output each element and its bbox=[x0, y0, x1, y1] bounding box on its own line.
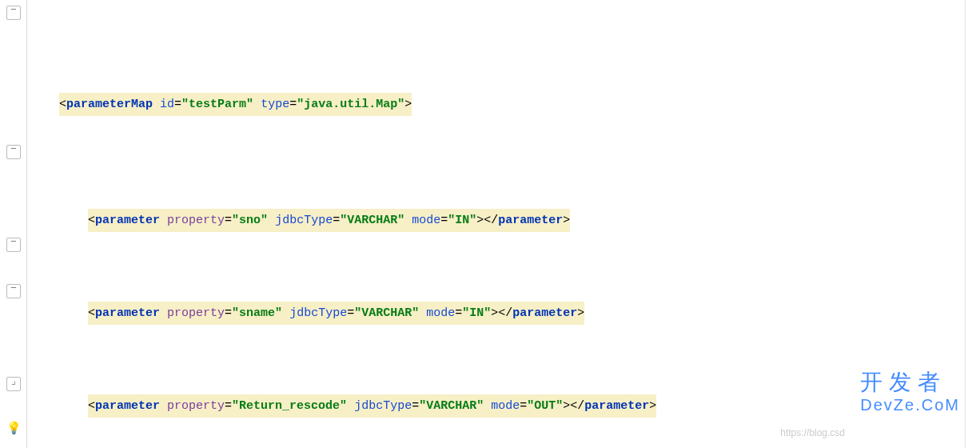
fold-minus-icon[interactable]: − bbox=[6, 6, 21, 20]
code-line[interactable]: <parameterMap id="testParm" type="java.u… bbox=[30, 93, 965, 116]
code-line[interactable]: <parameter property="sno" jdbcType="VARC… bbox=[30, 209, 965, 232]
fold-minus-icon[interactable]: − bbox=[6, 145, 21, 159]
fold-end-icon[interactable]: ⌟ bbox=[6, 377, 21, 391]
fold-minus-icon[interactable]: − bbox=[6, 284, 21, 298]
gutter-separator bbox=[26, 0, 27, 448]
vertical-scrollbar[interactable] bbox=[965, 0, 980, 448]
lightbulb-icon[interactable]: 💡 bbox=[6, 423, 19, 436]
code-editor[interactable]: <parameterMap id="testParm" type="java.u… bbox=[29, 0, 965, 448]
gutter: − − − − ⌟ 💡 bbox=[0, 0, 27, 448]
footer-url: https://blog.csd bbox=[780, 422, 845, 445]
code-line[interactable]: <parameter property="Return_rescode" jdb… bbox=[30, 394, 965, 418]
code-line[interactable]: <parameter property="sname" jdbcType="VA… bbox=[30, 302, 965, 325]
editor-viewport: − − − − ⌟ 💡 <parameterMap id="testParm" … bbox=[0, 0, 980, 448]
fold-minus-icon[interactable]: − bbox=[6, 238, 21, 252]
